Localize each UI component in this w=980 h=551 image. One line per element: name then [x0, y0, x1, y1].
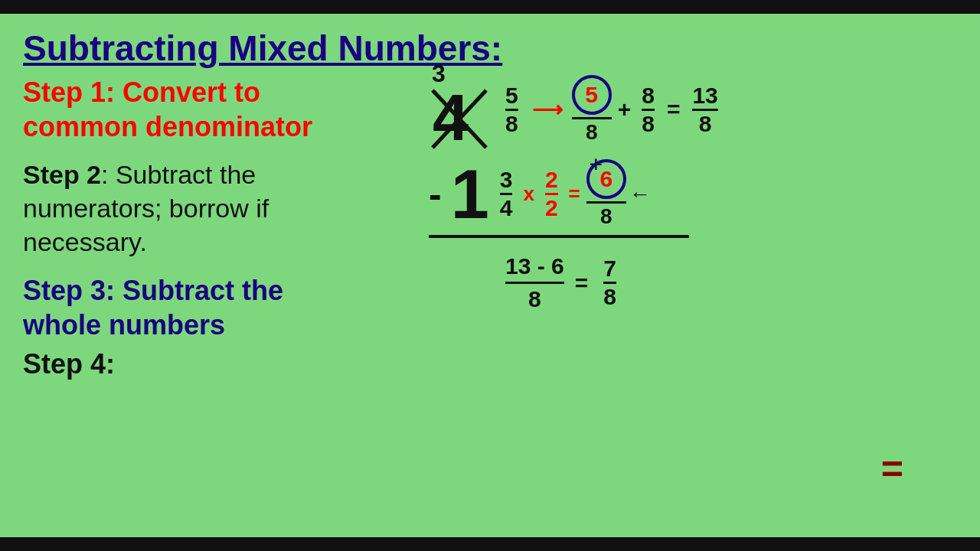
expr-bottom: 8	[528, 284, 541, 312]
result-row: 13 - 6 8 = 7 8	[505, 253, 965, 312]
step4-label: Step 4	[23, 348, 106, 380]
plus-icon: +	[618, 96, 632, 122]
frac-2-numerator: 2	[545, 168, 558, 195]
arrow-left-icon: ←	[629, 182, 651, 207]
frac-5-numerator: 5	[505, 84, 518, 111]
frac-7-numerator: 7	[603, 257, 616, 284]
math-panel: 3 4 5 8 ⟶ 5 8	[429, 67, 965, 312]
fraction-2-2: 2 2	[545, 168, 558, 220]
circled-5-over-8: 5 8	[572, 75, 612, 145]
step2-label: Step 2	[23, 160, 101, 189]
superscript-3: 3	[432, 60, 446, 88]
equals-3: =	[575, 270, 589, 296]
fraction-13-minus-6-over-8: 13 - 6 8	[505, 253, 564, 312]
bottom-bar	[0, 537, 980, 551]
fraction-7-8: 7 8	[603, 257, 616, 308]
equals-2: =	[569, 182, 580, 206]
frac-7-denominator: 8	[603, 284, 616, 308]
circled-5-value: 5	[585, 82, 598, 108]
bottom-equation-row: - 1 3 4 x 2 2 = 6	[429, 159, 689, 238]
minus-sign: -	[429, 172, 442, 217]
frac-13-denominator: 8	[699, 111, 712, 135]
step3-label: Step 3	[23, 275, 106, 306]
page-title: Subtracting Mixed Numbers:	[23, 28, 957, 69]
arrow-right-icon: ⟶	[532, 97, 563, 122]
circled-6-group: 6 8 ←	[586, 159, 651, 229]
top-bar	[0, 0, 980, 14]
circled-6: 6	[586, 159, 626, 199]
circled-6-fraction: 6 8	[586, 159, 626, 229]
step3: Step 3: Subtract thewhole numbers	[23, 273, 406, 342]
fraction-line-2	[586, 201, 626, 204]
mixed-number-top: 3 4	[429, 67, 490, 152]
step4: Step 4:	[23, 348, 406, 380]
frac-3-denominator: 4	[500, 195, 513, 220]
step2: Step 2: Subtract thenumerators; borrow i…	[23, 158, 406, 259]
step1: Step 1: Convert tocommon denominator	[23, 75, 406, 144]
top-equation-row: 3 4 5 8 ⟶ 5 8	[429, 67, 965, 152]
fraction-line	[572, 117, 612, 119]
left-panel: Step 1: Convert tocommon denominator Ste…	[23, 75, 406, 380]
frac-8-numerator: 8	[642, 84, 655, 111]
whole-number-1: 1	[451, 160, 489, 229]
step4-colon: :	[106, 348, 115, 380]
fraction-8-8: 8 8	[642, 84, 655, 135]
frac-5-denominator: 8	[505, 111, 518, 135]
denom-8-bottom: 8	[600, 204, 612, 229]
frac-8-denominator: 8	[642, 111, 655, 135]
step1-label: Step 1	[23, 77, 106, 108]
big-equals-sign: =	[881, 447, 903, 491]
frac-3-numerator: 3	[500, 168, 513, 195]
frac-13-numerator: 13	[692, 84, 717, 111]
expr-top: 13 - 6	[505, 253, 564, 284]
fraction-3-4: 3 4	[500, 168, 513, 220]
fraction-5-8: 5 8	[505, 84, 518, 135]
multiply-icon: x	[523, 182, 534, 206]
equals-1: =	[667, 96, 681, 122]
frac-2-denominator: 2	[545, 195, 558, 220]
fraction-13-8: 13 8	[692, 84, 717, 135]
denom-8-top: 8	[586, 120, 598, 145]
circled-6-value: 6	[599, 166, 612, 192]
circled-5: 5	[572, 75, 612, 115]
